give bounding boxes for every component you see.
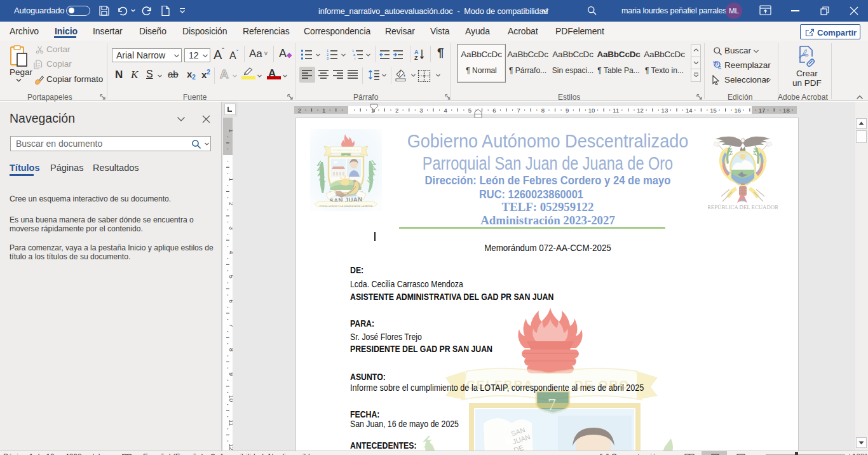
svg-text:14: 14 [686,107,693,114]
svg-text:2: 2 [298,107,301,114]
svg-text:1: 1 [228,178,233,181]
svg-text:15: 15 [710,107,717,114]
svg-text:18: 18 [783,107,790,114]
svg-text:3: 3 [228,226,233,229]
svg-text:17: 17 [759,107,766,114]
svg-text:8: 8 [541,107,545,114]
svg-text:12: 12 [637,107,644,114]
svg-text:2: 2 [395,107,398,114]
svg-text:9: 9 [566,107,569,114]
svg-text:4: 4 [228,251,233,254]
svg-text:6: 6 [228,299,233,302]
svg-text:Z: Z [414,55,418,61]
svg-text:3: 3 [327,57,329,60]
svg-text:5: 5 [228,275,233,278]
svg-text:7: 7 [228,323,233,327]
svg-text:A: A [414,49,419,55]
svg-text:16: 16 [735,107,742,114]
svg-text:6: 6 [492,107,496,114]
svg-text:1: 1 [322,107,325,114]
svg-text:7: 7 [517,107,520,114]
svg-text:12: 12 [228,444,233,451]
svg-text:2: 2 [228,202,233,205]
svg-text:13: 13 [661,107,668,114]
svg-text:8: 8 [228,348,233,351]
svg-text:11: 11 [613,107,619,114]
svg-text:11: 11 [228,419,233,426]
svg-text:9: 9 [228,372,233,376]
svg-text:4: 4 [444,107,447,114]
svg-text:3: 3 [419,107,423,114]
svg-text:5: 5 [468,107,471,114]
svg-text:10: 10 [228,395,233,402]
svg-text:i: i [355,57,355,60]
svg-text:1: 1 [228,129,233,132]
svg-text:10: 10 [588,107,595,114]
